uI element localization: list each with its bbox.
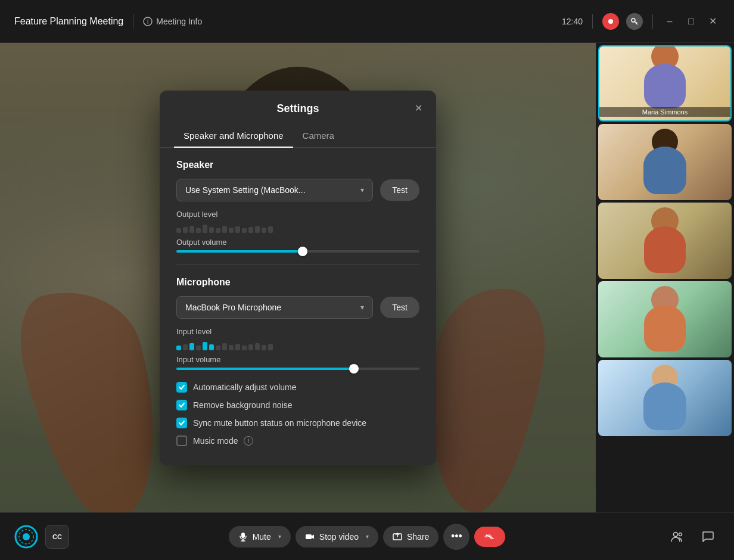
chat-btn[interactable] bbox=[696, 525, 720, 549]
thumb-bg-2 bbox=[598, 124, 732, 200]
section-divider bbox=[176, 265, 419, 265]
level-bar bbox=[229, 228, 234, 233]
checkmark-icon bbox=[178, 419, 185, 427]
thumbnail-3[interactable] bbox=[598, 203, 732, 279]
output-level-row: Output level bbox=[176, 210, 419, 233]
person-2-body bbox=[643, 147, 686, 194]
mute-chevron: ▾ bbox=[278, 533, 281, 540]
thumbnail-2[interactable] bbox=[598, 124, 732, 200]
auto-adjust-checkbox[interactable] bbox=[176, 382, 187, 393]
svg-rect-11 bbox=[306, 534, 312, 539]
tab-speaker-microphone[interactable]: Speaker and Microphone bbox=[174, 125, 293, 148]
checkmark-icon bbox=[178, 402, 185, 409]
input-volume-fill bbox=[176, 368, 354, 370]
recording-dot bbox=[608, 19, 613, 24]
video-icon bbox=[305, 532, 315, 542]
svg-line-4 bbox=[636, 22, 637, 23]
person-4-body bbox=[644, 305, 686, 351]
level-bar bbox=[242, 346, 247, 350]
tab-camera[interactable]: Camera bbox=[293, 125, 344, 148]
level-bar bbox=[196, 228, 201, 233]
meeting-info-btn[interactable]: i Meeting Info bbox=[143, 17, 202, 26]
maximize-btn[interactable]: □ bbox=[684, 14, 698, 29]
video-sidebar: Maria Simmons bbox=[596, 43, 734, 512]
sync-mute-row: Sync mute button status on microphone de… bbox=[176, 418, 419, 428]
modal-tabs: Speaker and Microphone Camera bbox=[160, 125, 436, 148]
sync-mute-label: Sync mute button status on microphone de… bbox=[193, 418, 366, 428]
svg-point-2 bbox=[632, 18, 635, 22]
level-bar bbox=[209, 227, 214, 233]
more-button[interactable]: ••• bbox=[443, 524, 469, 550]
level-bar bbox=[203, 342, 207, 350]
output-volume-fill bbox=[176, 250, 303, 253]
level-bar bbox=[229, 345, 234, 350]
output-volume-thumb[interactable] bbox=[298, 247, 307, 256]
level-bar bbox=[268, 344, 273, 350]
person-3 bbox=[638, 207, 692, 273]
mute-label: Mute bbox=[253, 532, 271, 542]
stop-video-label: Stop video bbox=[319, 532, 359, 542]
sync-mute-checkbox[interactable] bbox=[176, 418, 187, 428]
mic-dropdown[interactable]: MacBook Pro Microphone ▾ bbox=[176, 296, 373, 319]
auto-adjust-label: Automatically adjust volume bbox=[193, 382, 297, 392]
output-volume-row: Output volume bbox=[176, 238, 419, 253]
level-bar bbox=[268, 226, 273, 233]
level-bar bbox=[222, 343, 227, 350]
level-bar bbox=[242, 228, 247, 233]
person-2 bbox=[638, 129, 692, 194]
microphone-section-title: Microphone bbox=[176, 277, 419, 288]
input-volume-thumb[interactable] bbox=[349, 364, 359, 374]
checkmark-icon bbox=[178, 384, 185, 391]
mute-button[interactable]: Mute ▾ bbox=[229, 526, 291, 547]
level-bar bbox=[216, 228, 220, 233]
level-bar bbox=[189, 343, 194, 350]
output-volume-label: Output volume bbox=[176, 238, 419, 247]
input-volume-label: Input volume bbox=[176, 355, 419, 364]
level-bar bbox=[183, 344, 188, 350]
speaker-test-btn[interactable]: Test bbox=[380, 179, 419, 201]
recording-indicator bbox=[602, 13, 619, 30]
thumb-bg-3 bbox=[598, 203, 732, 279]
mic-dropdown-chevron: ▾ bbox=[360, 303, 364, 312]
input-volume-slider[interactable] bbox=[176, 368, 419, 370]
bottom-left: CC bbox=[14, 525, 69, 549]
chat-icon bbox=[701, 530, 714, 543]
person-1 bbox=[638, 45, 692, 108]
person-5-body bbox=[643, 382, 686, 430]
svg-text:i: i bbox=[147, 18, 148, 25]
level-bar bbox=[183, 227, 188, 233]
level-bar bbox=[235, 226, 240, 233]
thumbnail-1-label: Maria Simmons bbox=[599, 107, 730, 117]
mic-test-btn[interactable]: Test bbox=[380, 297, 419, 318]
modal-close-btn[interactable]: ✕ bbox=[410, 100, 427, 117]
key-icon bbox=[630, 17, 639, 26]
share-button[interactable]: Share bbox=[383, 526, 438, 547]
close-btn[interactable]: ✕ bbox=[705, 14, 720, 29]
input-volume-row: Input volume bbox=[176, 355, 419, 370]
remove-noise-checkbox[interactable] bbox=[176, 400, 187, 410]
speaker-dropdown[interactable]: Use System Setting (MacBook... ▾ bbox=[176, 179, 373, 201]
person-4 bbox=[638, 286, 692, 351]
cc-button[interactable]: CC bbox=[45, 525, 69, 549]
level-bar bbox=[176, 346, 181, 350]
lock-icon-btn[interactable] bbox=[626, 13, 643, 30]
thumbnail-1[interactable]: Maria Simmons bbox=[598, 45, 732, 122]
person-1-body bbox=[644, 64, 686, 108]
music-mode-checkbox[interactable] bbox=[176, 435, 187, 446]
participants-btn[interactable] bbox=[665, 525, 689, 549]
level-bar bbox=[262, 345, 266, 350]
level-bar bbox=[176, 228, 181, 233]
thumbnail-4[interactable] bbox=[598, 281, 732, 357]
minimize-btn[interactable]: – bbox=[663, 14, 677, 29]
speaker-section-title: Speaker bbox=[176, 160, 419, 170]
music-mode-info-icon[interactable]: i bbox=[244, 436, 253, 446]
modal-body: Speaker Use System Setting (MacBook... ▾… bbox=[160, 148, 436, 465]
stop-video-button[interactable]: Stop video ▾ bbox=[296, 526, 378, 547]
level-bar bbox=[196, 346, 201, 350]
output-volume-slider[interactable] bbox=[176, 250, 419, 253]
thumbnail-5[interactable] bbox=[598, 360, 732, 436]
end-call-button[interactable] bbox=[474, 527, 505, 547]
svg-point-6 bbox=[23, 533, 30, 540]
svg-rect-8 bbox=[241, 533, 245, 538]
main-video: Settings ✕ Speaker and Microphone Camera… bbox=[0, 43, 596, 512]
